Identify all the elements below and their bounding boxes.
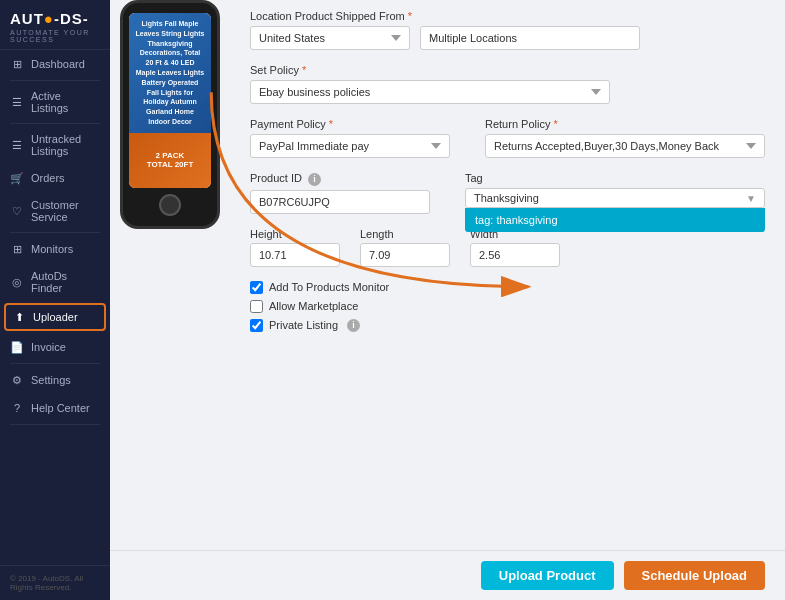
sidebar-navigation: ⊞ Dashboard ☰ Active Listings ☰ Untracke… xyxy=(0,50,110,565)
logo-text: AUT●-DS- xyxy=(10,10,100,27)
main-content: Lights Fall Maple Leaves String Lights T… xyxy=(110,0,785,600)
settings-icon: ⚙ xyxy=(10,373,24,387)
allow-marketplace-checkbox[interactable] xyxy=(250,300,263,313)
sidebar-item-label: AutoDs Finder xyxy=(31,270,100,294)
sidebar-logo: AUT●-DS- AUTOMATE YOUR SUCCESS xyxy=(0,0,110,50)
schedule-upload-button[interactable]: Schedule Upload xyxy=(624,561,765,590)
payment-col: Payment Policy * PayPal Immediate pay xyxy=(250,118,455,158)
sidebar-item-label: Active Listings xyxy=(31,90,100,114)
nav-divider xyxy=(10,424,100,425)
payment-select[interactable]: PayPal Immediate pay xyxy=(250,134,450,158)
dashboard-icon: ⊞ xyxy=(10,57,24,71)
phone-body: Lights Fall Maple Leaves String Lights T… xyxy=(120,0,220,229)
sidebar-item-autods-finder[interactable]: ◎ AutoDs Finder xyxy=(0,263,110,301)
phone-screen: Lights Fall Maple Leaves String Lights T… xyxy=(129,13,211,188)
height-label: Height xyxy=(250,228,340,240)
tag-dropdown-arrow: ▼ xyxy=(746,193,756,204)
sidebar-item-label: Customer Service xyxy=(31,199,100,223)
sidebar-item-label: Monitors xyxy=(31,243,73,255)
length-item: Length xyxy=(360,228,450,267)
private-listing-checkbox[interactable] xyxy=(250,319,263,332)
phone-home-button xyxy=(159,194,181,216)
product-id-col: Product ID i xyxy=(250,172,435,214)
dimensions-row: Height Length Width xyxy=(250,228,765,267)
uploader-icon: ⬆ xyxy=(12,310,26,324)
width-input[interactable] xyxy=(470,243,560,267)
active-listings-icon: ☰ xyxy=(10,95,24,109)
marketplace-checkbox-row: Allow Marketplace xyxy=(250,300,765,313)
marketplace-checkbox-label: Allow Marketplace xyxy=(269,300,358,312)
sidebar-item-help-center[interactable]: ? Help Center xyxy=(0,394,110,422)
sidebar-item-label: Uploader xyxy=(33,311,78,323)
location-row: Location Product Shipped From * United S… xyxy=(250,10,765,50)
sidebar-item-label: Dashboard xyxy=(31,58,85,70)
tag-col: Tag Thanksgiving ▼ tag: thanksgiving xyxy=(465,172,765,214)
checkboxes-row: Add To Products Monitor Allow Marketplac… xyxy=(250,281,765,332)
location-label: Location Product Shipped From * xyxy=(250,10,765,22)
product-tag-row: Product ID i Tag Thanksgiving ▼ tag: tha… xyxy=(250,172,765,214)
sidebar-item-monitors[interactable]: ⊞ Monitors xyxy=(0,235,110,263)
payment-return-row: Payment Policy * PayPal Immediate pay Re… xyxy=(250,118,765,158)
sidebar-item-label: Orders xyxy=(31,172,65,184)
width-item: Width xyxy=(470,228,560,267)
private-listing-label: Private Listing xyxy=(269,319,338,331)
nav-divider xyxy=(10,123,100,124)
logo-tagline: AUTOMATE YOUR SUCCESS xyxy=(10,29,100,43)
height-input[interactable] xyxy=(250,243,340,267)
private-listing-info-icon[interactable]: i xyxy=(347,319,360,332)
phone-product-pack-label: 2 PACK TOTAL 20FT xyxy=(147,151,194,169)
payment-label: Payment Policy * xyxy=(250,118,455,130)
sidebar-item-orders[interactable]: 🛒 Orders xyxy=(0,164,110,192)
tag-label: Tag xyxy=(465,172,765,184)
sidebar-item-dashboard[interactable]: ⊞ Dashboard xyxy=(0,50,110,78)
sidebar-item-untracked-listings[interactable]: ☰ Untracked Listings xyxy=(0,126,110,164)
tag-dropdown-item[interactable]: tag: thanksgiving xyxy=(465,208,765,232)
phone-product-image: 2 PACK TOTAL 20FT xyxy=(129,133,211,188)
policy-select[interactable]: Ebay business policies xyxy=(250,80,610,104)
sidebar-item-settings[interactable]: ⚙ Settings xyxy=(0,366,110,394)
product-id-label: Product ID i xyxy=(250,172,435,186)
monitors-icon: ⊞ xyxy=(10,242,24,256)
location-country-select[interactable]: United States xyxy=(250,26,410,50)
return-label: Return Policy * xyxy=(485,118,765,130)
height-item: Height xyxy=(250,228,340,267)
monitor-checkbox-row: Add To Products Monitor xyxy=(250,281,765,294)
tag-value: Thanksgiving xyxy=(474,192,746,204)
sidebar-item-label: Untracked Listings xyxy=(31,133,100,157)
location-inputs: United States xyxy=(250,26,765,50)
sidebar-item-label: Settings xyxy=(31,374,71,386)
nav-divider xyxy=(10,363,100,364)
return-col: Return Policy * Returns Accepted,Buyer,3… xyxy=(485,118,765,158)
private-checkbox-row: Private Listing i xyxy=(250,319,765,332)
sidebar-item-active-listings[interactable]: ☰ Active Listings xyxy=(0,83,110,121)
sidebar: AUT●-DS- AUTOMATE YOUR SUCCESS ⊞ Dashboa… xyxy=(0,0,110,600)
sidebar-item-invoice[interactable]: 📄 Invoice xyxy=(0,333,110,361)
location-multi-input[interactable] xyxy=(420,26,640,50)
form-section: Location Product Shipped From * United S… xyxy=(250,10,765,332)
help-icon: ? xyxy=(10,401,24,415)
tag-input-wrapper[interactable]: Thanksgiving ▼ xyxy=(465,188,765,208)
orders-icon: 🛒 xyxy=(10,171,24,185)
sidebar-item-uploader[interactable]: ⬆ Uploader xyxy=(4,303,106,331)
length-input[interactable] xyxy=(360,243,450,267)
sidebar-item-customer-service[interactable]: ♡ Customer Service xyxy=(0,192,110,230)
invoice-icon: 📄 xyxy=(10,340,24,354)
sidebar-footer: © 2019 - AutoDS. All Rights Reserved. xyxy=(0,565,110,600)
return-select[interactable]: Returns Accepted,Buyer,30 Days,Money Bac… xyxy=(485,134,765,158)
sidebar-item-label: Invoice xyxy=(31,341,66,353)
content-area: Lights Fall Maple Leaves String Lights T… xyxy=(110,0,785,550)
upload-product-button[interactable]: Upload Product xyxy=(481,561,614,590)
nav-divider xyxy=(10,80,100,81)
product-id-info-icon[interactable]: i xyxy=(308,173,321,186)
product-id-input[interactable] xyxy=(250,190,430,214)
footer-bar: Upload Product Schedule Upload xyxy=(110,550,785,600)
length-label: Length xyxy=(360,228,450,240)
add-to-monitor-checkbox[interactable] xyxy=(250,281,263,294)
finder-icon: ◎ xyxy=(10,275,24,289)
policy-label: Set Policy * xyxy=(250,64,765,76)
untracked-icon: ☰ xyxy=(10,138,24,152)
customer-service-icon: ♡ xyxy=(10,204,24,218)
tag-container: Thanksgiving ▼ tag: thanksgiving xyxy=(465,188,765,208)
sidebar-item-label: Help Center xyxy=(31,402,90,414)
policy-row: Set Policy * Ebay business policies xyxy=(250,64,765,104)
